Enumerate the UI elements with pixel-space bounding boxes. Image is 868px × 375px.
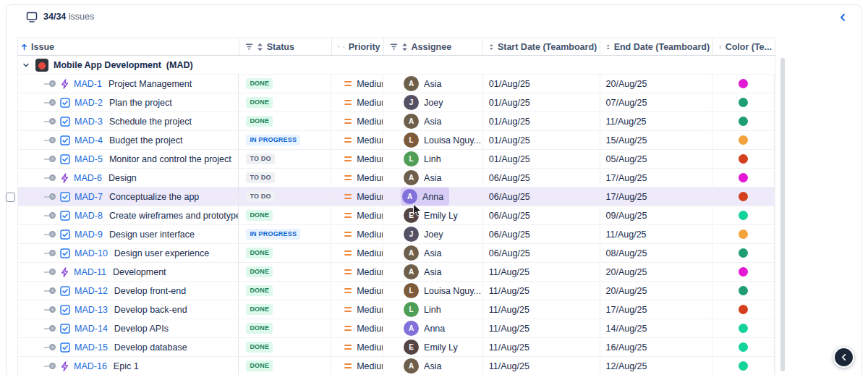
sort-icon[interactable]: [719, 43, 722, 51]
issue-key[interactable]: MAD-16: [74, 361, 107, 371]
issue-row-mad-13[interactable]: MAD-13Develop back-endDONEMediumLLinh11/…: [18, 300, 775, 319]
issue-row-mad-6[interactable]: MAD-6DesignTO DOMediumAAsia06/Aug/2517/A…: [18, 169, 775, 188]
status-cell[interactable]: DONE: [239, 93, 331, 111]
link-handle-icon[interactable]: [44, 363, 56, 369]
filter-icon[interactable]: [245, 43, 253, 51]
start-date-cell[interactable]: 11/Aug/25: [483, 300, 600, 319]
link-handle-icon[interactable]: [44, 231, 56, 237]
start-date-cell[interactable]: 06/Aug/25: [483, 206, 600, 224]
assignee-cell[interactable]: AAsia: [383, 169, 483, 187]
column-header-color[interactable]: Color (Te...: [713, 38, 775, 55]
color-cell[interactable]: [712, 188, 775, 206]
end-date-cell[interactable]: 17/Aug/25: [600, 188, 713, 206]
start-date-cell[interactable]: 11/Aug/25: [483, 319, 600, 337]
link-handle-icon[interactable]: [44, 250, 56, 256]
priority-cell[interactable]: Medium: [331, 225, 383, 243]
filter-icon[interactable]: [390, 43, 398, 51]
color-cell[interactable]: [712, 150, 775, 168]
color-cell[interactable]: [712, 206, 775, 224]
link-handle-icon[interactable]: [44, 212, 56, 219]
issue-row-mad-15[interactable]: MAD-15Develop databaseDONEMediumEEmily L…: [18, 338, 775, 357]
sort-icon[interactable]: [257, 43, 263, 51]
end-date-cell[interactable]: 12/Aug/25: [600, 357, 713, 375]
status-cell[interactable]: DONE: [239, 338, 331, 356]
start-date-cell[interactable]: 06/Aug/25: [483, 225, 600, 243]
issue-key[interactable]: MAD-15: [75, 342, 108, 353]
issue-row-mad-12[interactable]: MAD-12Develop front-endDONEMediumLLouisa…: [18, 282, 775, 300]
priority-cell[interactable]: Medium: [331, 300, 383, 319]
assignee-cell[interactable]: AAsia: [383, 263, 483, 281]
link-handle-icon[interactable]: [44, 156, 56, 162]
status-cell[interactable]: DONE: [239, 300, 331, 319]
color-cell[interactable]: [712, 75, 775, 93]
link-handle-icon[interactable]: [44, 325, 56, 332]
issue-row-mad-8[interactable]: MAD-8Create wireframes and prototypesDON…: [18, 206, 775, 225]
link-handle-icon[interactable]: [44, 193, 56, 200]
end-date-cell[interactable]: 20/Aug/25: [600, 75, 713, 93]
column-header-status[interactable]: Status: [239, 38, 332, 55]
status-cell[interactable]: TO DO: [239, 169, 331, 187]
issue-key[interactable]: MAD-10: [75, 248, 108, 258]
priority-cell[interactable]: Medium: [331, 131, 383, 149]
status-cell[interactable]: DONE: [239, 282, 331, 300]
link-handle-icon[interactable]: [44, 344, 56, 350]
end-date-cell[interactable]: 17/Aug/25: [600, 300, 713, 319]
end-date-cell[interactable]: 09/Aug/25: [600, 206, 713, 224]
assignee-cell[interactable]: LLouisa Nguy...: [383, 282, 483, 300]
row-checkbox[interactable]: [6, 193, 15, 202]
chevron-down-icon[interactable]: [22, 61, 30, 69]
end-date-cell[interactable]: 16/Aug/25: [600, 338, 713, 356]
sort-icon[interactable]: [606, 43, 610, 51]
end-date-cell[interactable]: 14/Aug/25: [600, 319, 713, 337]
link-handle-icon[interactable]: [44, 306, 56, 313]
column-header-start-date[interactable]: Start Date (Teamboard): [483, 38, 600, 55]
issue-key[interactable]: MAD-8: [75, 211, 103, 221]
status-cell[interactable]: DONE: [239, 75, 331, 93]
start-date-cell[interactable]: 11/Aug/25: [483, 338, 600, 356]
start-date-cell[interactable]: 11/Aug/25: [483, 357, 600, 375]
assignee-cell[interactable]: AAnna: [383, 319, 483, 337]
assignee-cell[interactable]: AAnna: [383, 188, 483, 206]
issue-row-mad-7[interactable]: MAD-7Conceptualize the appTO DOMediumAAn…: [18, 188, 775, 206]
priority-cell[interactable]: Medium: [331, 75, 383, 93]
priority-cell[interactable]: Medium: [331, 357, 383, 375]
issue-row-mad-3[interactable]: MAD-3Schedule the projectDONEMediumAAsia…: [18, 112, 775, 131]
priority-cell[interactable]: Medium: [331, 150, 383, 168]
assignee-cell[interactable]: JJoey: [383, 93, 483, 111]
priority-cell[interactable]: Medium: [331, 93, 383, 111]
color-cell[interactable]: [712, 263, 775, 281]
start-date-cell[interactable]: 01/Aug/25: [483, 131, 600, 149]
start-date-cell[interactable]: 01/Aug/25: [483, 112, 600, 130]
issue-row-mad-5[interactable]: MAD-5Monitor and control the projectTO D…: [18, 150, 775, 169]
priority-cell[interactable]: Medium: [331, 338, 383, 356]
issue-key[interactable]: MAD-6: [74, 173, 102, 183]
column-header-end-date[interactable]: End Date (Teamboard): [600, 38, 713, 55]
link-handle-icon[interactable]: [44, 80, 56, 87]
issue-row-mad-2[interactable]: MAD-2Plan the projectDONEMediumJJoey01/A…: [18, 93, 775, 112]
status-cell[interactable]: DONE: [239, 112, 331, 130]
end-date-cell[interactable]: 08/Aug/25: [600, 244, 713, 262]
priority-cell[interactable]: Medium: [331, 263, 383, 281]
issue-key[interactable]: MAD-2: [75, 98, 103, 108]
status-cell[interactable]: DONE: [239, 244, 331, 262]
start-date-cell[interactable]: 06/Aug/25: [483, 244, 600, 262]
status-cell[interactable]: DONE: [239, 206, 331, 224]
color-cell[interactable]: [712, 357, 775, 375]
link-handle-icon[interactable]: [44, 137, 56, 143]
color-cell[interactable]: [712, 319, 775, 337]
priority-cell[interactable]: Medium: [331, 112, 383, 130]
status-cell[interactable]: IN PROGRESS: [239, 225, 331, 243]
status-cell[interactable]: TO DO: [239, 188, 331, 206]
priority-cell[interactable]: Medium: [331, 169, 383, 187]
issue-key[interactable]: MAD-12: [75, 286, 108, 296]
column-header-priority[interactable]: Priority: [332, 38, 384, 55]
sort-icon[interactable]: [489, 43, 494, 51]
priority-cell[interactable]: Medium: [331, 319, 383, 337]
end-date-cell[interactable]: 05/Aug/25: [600, 150, 713, 168]
assignee-cell[interactable]: LLinh: [383, 150, 483, 168]
collapse-sidebar-button[interactable]: [833, 347, 854, 368]
issue-row-mad-16[interactable]: MAD-16Epic 1DONEMediumAAsia11/Aug/2512/A…: [18, 357, 775, 375]
issue-key[interactable]: MAD-5: [75, 154, 103, 164]
priority-cell[interactable]: Medium: [331, 244, 383, 262]
column-header-assignee[interactable]: Assignee: [384, 38, 484, 55]
